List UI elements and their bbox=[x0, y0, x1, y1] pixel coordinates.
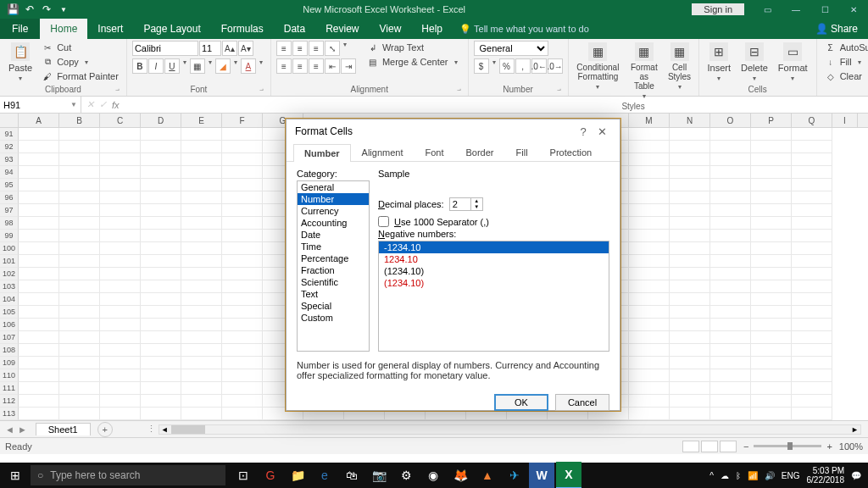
category-description: Number is used for general display of nu… bbox=[287, 357, 620, 389]
category-item[interactable]: General bbox=[298, 181, 369, 193]
camera-icon[interactable]: 📷 bbox=[366, 463, 392, 488]
dialog-backdrop: Format Cells ? ✕ Number Alignment Font B… bbox=[0, 0, 868, 463]
notifications-icon[interactable]: 💬 bbox=[851, 471, 861, 480]
taskbar-search[interactable]: ○ Type here to search bbox=[31, 465, 225, 485]
ok-button[interactable]: OK bbox=[494, 394, 548, 411]
dialog-title: Format Cells bbox=[295, 125, 353, 137]
category-label: Category: bbox=[297, 169, 370, 179]
firefox-icon[interactable]: 🦊 bbox=[448, 463, 473, 488]
dialog-tab-number[interactable]: Number bbox=[293, 144, 351, 162]
dialog-tabs: Number Alignment Font Border Fill Protec… bbox=[287, 143, 620, 162]
help-icon[interactable]: ? bbox=[574, 125, 593, 138]
close-icon[interactable]: ✕ bbox=[593, 125, 611, 138]
language-indicator[interactable]: ENG bbox=[782, 471, 800, 480]
search-placeholder: Type here to search bbox=[50, 469, 140, 481]
decimal-places-spinner[interactable]: ▲▼ bbox=[449, 197, 483, 211]
category-item[interactable]: Scientific bbox=[298, 276, 369, 288]
google-logo-icon[interactable]: G bbox=[258, 463, 283, 488]
category-item[interactable]: Date bbox=[298, 229, 369, 241]
category-item[interactable]: Time bbox=[298, 241, 369, 252]
taskbar-clock[interactable]: 5:03 PM 6/22/2018 bbox=[807, 466, 845, 485]
category-item[interactable]: Accounting bbox=[298, 217, 369, 229]
negative-item[interactable]: 1234.10 bbox=[379, 253, 609, 265]
category-item[interactable]: Currency bbox=[298, 205, 369, 217]
windows-taskbar: ⊞ ○ Type here to search ⊡ G 📁 e 🛍 📷 ⚙ ◉ … bbox=[0, 463, 868, 488]
taskbar-word[interactable]: W bbox=[529, 463, 554, 488]
dialog-tab-alignment[interactable]: Alignment bbox=[351, 143, 415, 161]
category-list[interactable]: GeneralNumberCurrencyAccountingDateTimeP… bbox=[297, 180, 370, 352]
chrome-icon[interactable]: ◉ bbox=[420, 463, 446, 488]
negative-item[interactable]: (1234.10) bbox=[379, 277, 609, 289]
negative-item[interactable]: (1234.10) bbox=[379, 265, 609, 277]
decimal-places-label: Decimal places: bbox=[378, 199, 444, 209]
category-item[interactable]: Fraction bbox=[298, 264, 369, 276]
folder-icon[interactable]: 📁 bbox=[285, 463, 310, 488]
tray-overflow-icon[interactable]: ^ bbox=[709, 471, 714, 480]
vlc-icon[interactable]: ▲ bbox=[475, 463, 500, 488]
category-item[interactable]: Percentage bbox=[298, 252, 369, 264]
negative-item[interactable]: -1234.10 bbox=[379, 241, 609, 253]
category-item[interactable]: Custom bbox=[298, 312, 369, 324]
sample-label: Sample bbox=[378, 169, 409, 179]
cancel-button[interactable]: Cancel bbox=[555, 394, 609, 411]
volume-icon[interactable]: 🔊 bbox=[765, 471, 775, 480]
category-item[interactable]: Text bbox=[298, 288, 369, 300]
dialog-tab-protection[interactable]: Protection bbox=[539, 143, 604, 161]
onedrive-icon[interactable]: ☁ bbox=[721, 471, 729, 480]
category-item[interactable]: Special bbox=[298, 300, 369, 312]
use-separator-checkbox[interactable] bbox=[378, 216, 389, 227]
spin-down-icon[interactable]: ▼ bbox=[471, 204, 482, 210]
task-view-icon[interactable]: ⊡ bbox=[231, 463, 256, 488]
edge-icon[interactable]: e bbox=[312, 463, 337, 488]
settings-icon[interactable]: ⚙ bbox=[393, 463, 419, 488]
wifi-icon[interactable]: 📶 bbox=[748, 471, 758, 480]
dialog-tab-border[interactable]: Border bbox=[455, 143, 505, 161]
negative-numbers-list[interactable]: -1234.101234.10(1234.10)(1234.10) bbox=[378, 241, 609, 352]
use-separator-label: Use 1000 Separator (,) bbox=[394, 217, 489, 227]
start-button[interactable]: ⊞ bbox=[0, 469, 31, 482]
taskbar-excel[interactable]: X bbox=[556, 463, 581, 488]
store-icon[interactable]: 🛍 bbox=[339, 463, 364, 488]
category-item[interactable]: Number bbox=[298, 193, 369, 205]
bluetooth-icon[interactable]: ᛒ bbox=[736, 471, 741, 480]
format-cells-dialog: Format Cells ? ✕ Number Alignment Font B… bbox=[286, 119, 620, 411]
dialog-tab-fill[interactable]: Fill bbox=[505, 143, 539, 161]
telegram-icon[interactable]: ✈ bbox=[502, 463, 527, 488]
negative-numbers-label: Negative numbers: bbox=[378, 229, 609, 239]
dialog-tab-font[interactable]: Font bbox=[414, 143, 454, 161]
cortana-icon: ○ bbox=[37, 469, 43, 481]
spin-up-icon[interactable]: ▲ bbox=[471, 198, 482, 204]
decimal-places-input[interactable] bbox=[449, 197, 471, 211]
